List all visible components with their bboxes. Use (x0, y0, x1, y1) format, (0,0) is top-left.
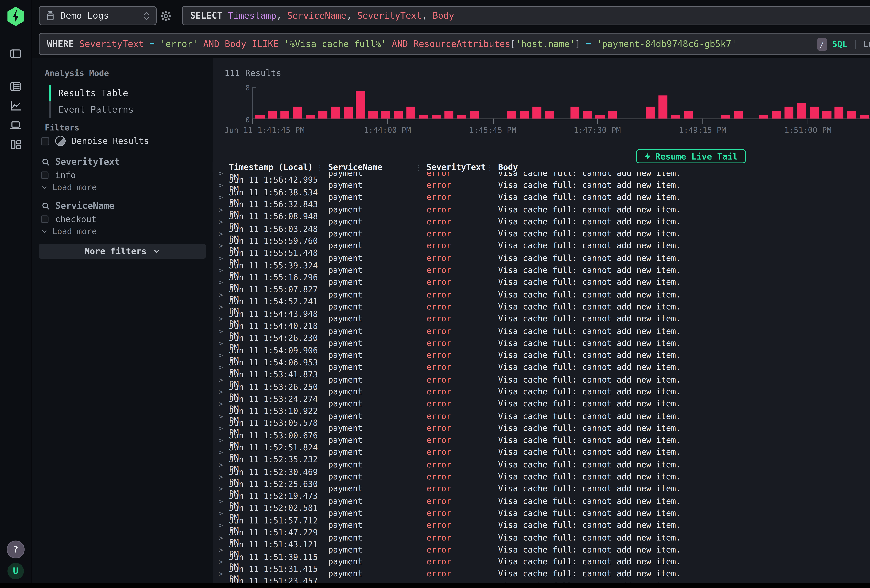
histogram-bar[interactable] (266, 87, 279, 119)
row-expander-chevron-icon[interactable]: > (219, 521, 229, 530)
histogram-bar[interactable] (342, 87, 354, 119)
histogram-bar[interactable] (757, 87, 770, 119)
row-expander-chevron-icon[interactable]: > (219, 485, 229, 493)
row-expander-chevron-icon[interactable]: > (219, 461, 229, 469)
row-expander-chevron-icon[interactable]: > (219, 424, 229, 432)
histogram-bar[interactable] (455, 87, 468, 119)
log-row[interactable]: >Jun 11 1:51:23.457 PMpaymenterrorVisa c… (213, 580, 870, 583)
histogram-bar[interactable] (644, 87, 657, 119)
histogram-bar[interactable] (493, 87, 505, 119)
histogram-bar[interactable] (354, 87, 367, 119)
row-expander-chevron-icon[interactable]: > (219, 546, 229, 554)
row-expander-chevron-icon[interactable]: > (219, 570, 229, 578)
row-expander-chevron-icon[interactable]: > (219, 278, 229, 287)
histogram-bar[interactable] (581, 87, 593, 119)
app-logo-icon[interactable] (7, 7, 25, 26)
dashboards-icon[interactable] (6, 135, 25, 154)
histogram-bar[interactable] (468, 87, 480, 119)
row-expander-chevron-icon[interactable]: > (219, 181, 229, 189)
histogram-bar[interactable] (669, 87, 682, 119)
histogram-bar[interactable] (430, 87, 442, 119)
column-resize-handle[interactable]: ⋮ (486, 163, 498, 171)
select-query-input[interactable]: SELECT Timestamp, ServiceName, SeverityT… (182, 6, 870, 25)
user-avatar[interactable]: U (7, 563, 24, 579)
histogram-bar[interactable] (707, 87, 720, 119)
help-button[interactable]: ? (7, 540, 25, 558)
row-expander-chevron-icon[interactable]: > (219, 351, 229, 359)
source-selector[interactable]: Demo Logs (39, 6, 156, 25)
histogram-bar[interactable] (833, 87, 845, 119)
row-expander-chevron-icon[interactable]: > (219, 254, 229, 262)
histogram-bar[interactable] (543, 87, 556, 119)
row-expander-chevron-icon[interactable]: > (219, 363, 229, 372)
histogram-bar[interactable] (606, 87, 619, 119)
histogram-bar[interactable] (569, 87, 581, 119)
histogram-bar[interactable] (808, 87, 820, 119)
row-expander-chevron-icon[interactable]: > (219, 375, 229, 384)
histogram-bar[interactable] (594, 87, 606, 119)
row-expander-chevron-icon[interactable]: > (219, 412, 229, 420)
row-expander-chevron-icon[interactable]: > (219, 534, 229, 542)
filter-option-checkbox[interactable] (41, 216, 49, 223)
histogram-bar[interactable] (732, 87, 745, 119)
histogram-bar[interactable] (795, 87, 808, 119)
mode-event-patterns[interactable]: Event Patterns (49, 101, 134, 118)
histogram-bar[interactable] (632, 87, 644, 119)
resume-live-tail-button[interactable]: Resume Live Tail (636, 149, 746, 163)
row-expander-chevron-icon[interactable]: > (219, 558, 229, 566)
filter-option-checkbox[interactable] (41, 171, 49, 179)
histogram-bar[interactable] (304, 87, 316, 119)
histogram-bar[interactable] (782, 87, 795, 119)
histogram-bar[interactable] (821, 87, 833, 119)
load-more-servicename[interactable]: Load more (41, 227, 97, 237)
row-expander-chevron-icon[interactable]: > (219, 266, 229, 274)
histogram-bar[interactable] (380, 87, 392, 119)
histogram-bar[interactable] (279, 87, 291, 119)
histogram-bar[interactable] (505, 87, 518, 119)
chart-explorer-icon[interactable] (6, 96, 25, 116)
settings-gear-icon[interactable] (160, 10, 171, 22)
histogram-bar[interactable] (770, 87, 782, 119)
row-expander-chevron-icon[interactable]: > (219, 290, 229, 299)
language-sql-option[interactable]: SQL (832, 39, 848, 49)
histogram-bar[interactable] (253, 87, 266, 119)
histogram-bar[interactable] (442, 87, 455, 119)
row-expander-chevron-icon[interactable]: > (219, 327, 229, 335)
histogram-bar[interactable] (556, 87, 568, 119)
histogram-bar[interactable] (745, 87, 757, 119)
row-expander-chevron-icon[interactable]: > (219, 172, 229, 177)
row-expander-chevron-icon[interactable]: > (219, 242, 229, 250)
language-lucene-option[interactable]: Lucene (863, 39, 870, 49)
histogram-bar[interactable] (405, 87, 417, 119)
histogram-bar[interactable] (720, 87, 732, 119)
row-expander-chevron-icon[interactable]: > (219, 315, 229, 323)
histogram-bar[interactable] (518, 87, 530, 119)
client-sessions-icon[interactable] (6, 116, 25, 135)
where-query-input[interactable]: WHERE SeverityText = 'error' AND Body IL… (39, 33, 870, 55)
row-expander-chevron-icon[interactable]: > (219, 193, 229, 201)
log-search-icon[interactable] (6, 77, 25, 96)
row-expander-chevron-icon[interactable]: > (219, 497, 229, 505)
mode-results-table[interactable]: Results Table (49, 85, 128, 101)
row-expander-chevron-icon[interactable]: > (219, 473, 229, 481)
histogram-bar[interactable] (480, 87, 493, 119)
histogram-bar[interactable] (367, 87, 380, 119)
row-expander-chevron-icon[interactable]: > (219, 217, 229, 226)
row-expander-chevron-icon[interactable]: > (219, 388, 229, 396)
histogram-bar[interactable] (682, 87, 694, 119)
row-expander-chevron-icon[interactable]: > (219, 436, 229, 445)
histogram-bar[interactable] (531, 87, 543, 119)
denoise-checkbox[interactable] (41, 137, 49, 145)
more-filters-button[interactable]: More filters (39, 244, 206, 259)
panel-toggle-icon[interactable] (6, 44, 25, 63)
row-expander-chevron-icon[interactable]: > (219, 509, 229, 517)
row-expander-chevron-icon[interactable]: > (219, 303, 229, 311)
row-expander-chevron-icon[interactable]: > (219, 339, 229, 347)
histogram-bar[interactable] (694, 87, 707, 119)
histogram-bar[interactable] (417, 87, 430, 119)
histogram-bar[interactable] (291, 87, 304, 119)
row-expander-chevron-icon[interactable]: > (219, 448, 229, 457)
histogram-bar[interactable] (316, 87, 329, 119)
row-expander-chevron-icon[interactable]: > (219, 205, 229, 214)
row-expander-chevron-icon[interactable]: > (219, 400, 229, 408)
